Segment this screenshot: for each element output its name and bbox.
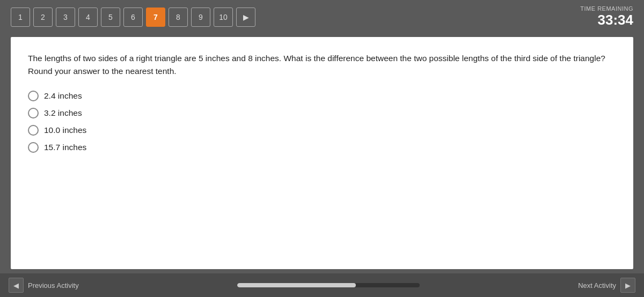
answer-options: 2.4 inches3.2 inches10.0 inches15.7 inch… <box>28 91 616 153</box>
timer-value: 33:34 <box>580 12 633 28</box>
nav-button-8[interactable]: 8 <box>169 8 188 27</box>
previous-label: Previous Activity <box>28 281 79 289</box>
question-text: The lengths of two sides of a right tria… <box>28 52 616 78</box>
nav-button-7[interactable]: 7 <box>146 8 165 27</box>
timer-label: TIME REMAINING <box>580 5 633 12</box>
nav-button-10[interactable]: 10 <box>214 8 233 27</box>
progress-bar-background <box>237 283 420 287</box>
previous-activity-button[interactable]: ◀ Previous Activity <box>9 278 79 293</box>
timer-section: TIME REMAINING 33:34 <box>580 5 633 28</box>
answer-label-3: 10.0 inches <box>44 125 86 135</box>
radio-circle-2[interactable] <box>28 108 39 118</box>
answer-label-4: 15.7 inches <box>44 143 86 152</box>
answer-label-1: 2.4 inches <box>44 91 82 101</box>
nav-button-3[interactable]: 3 <box>56 8 75 27</box>
answer-option-3[interactable]: 10.0 inches <box>28 125 616 136</box>
radio-circle-4[interactable] <box>28 142 39 153</box>
answer-label-2: 3.2 inches <box>44 108 82 118</box>
nav-button-6[interactable]: 6 <box>123 8 143 27</box>
nav-button-9[interactable]: 9 <box>191 8 210 27</box>
main-content: The lengths of two sides of a right tria… <box>0 33 644 269</box>
bottom-bar: ◀ Previous Activity Next Activity ▶ <box>0 273 644 297</box>
nav-button-4[interactable]: 4 <box>78 8 98 27</box>
radio-circle-3[interactable] <box>28 125 39 136</box>
answer-option-1[interactable]: 2.4 inches <box>28 91 616 101</box>
next-arrow-icon[interactable]: ▶ <box>620 278 635 293</box>
progress-bar-container <box>79 283 579 287</box>
previous-arrow-icon[interactable]: ◀ <box>9 278 24 293</box>
play-button[interactable]: ▶ <box>236 8 255 27</box>
nav-buttons: 12345678910▶ <box>11 8 255 27</box>
nav-button-1[interactable]: 1 <box>11 8 30 27</box>
answer-option-2[interactable]: 3.2 inches <box>28 108 616 118</box>
nav-button-5[interactable]: 5 <box>101 8 120 27</box>
question-card: The lengths of two sides of a right tria… <box>11 37 633 269</box>
nav-button-2[interactable]: 2 <box>33 8 53 27</box>
radio-circle-1[interactable] <box>28 91 39 101</box>
answer-option-4[interactable]: 15.7 inches <box>28 142 616 153</box>
progress-bar-fill <box>237 283 356 287</box>
next-activity-button[interactable]: Next Activity ▶ <box>578 278 635 293</box>
top-bar: 12345678910▶ TIME REMAINING 33:34 <box>0 0 644 33</box>
next-label: Next Activity <box>578 281 616 289</box>
